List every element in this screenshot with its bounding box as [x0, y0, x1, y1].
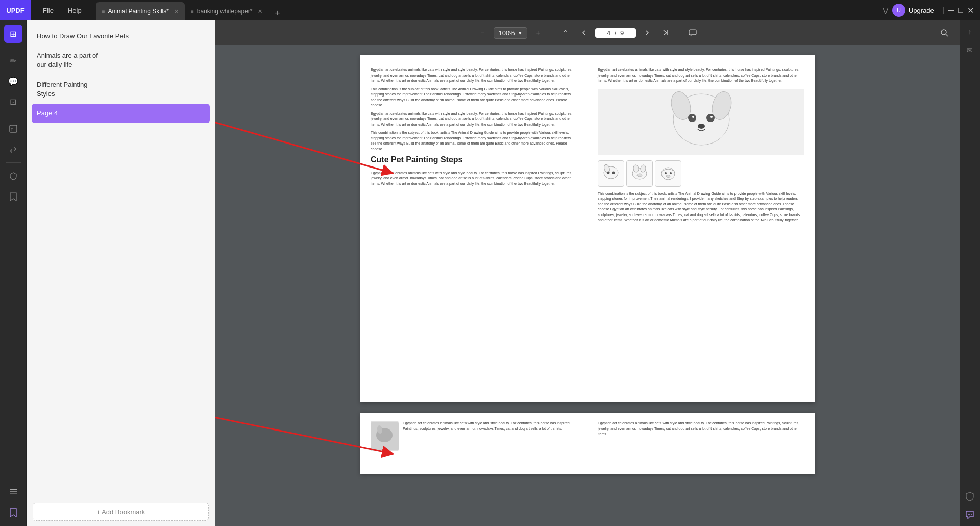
pdf-partial-col-left: Egyptian art celebrates animals like cat…	[360, 413, 587, 474]
partial-image	[371, 421, 399, 451]
sidebar-icon-layers[interactable]	[4, 483, 22, 501]
sketch-icon-2	[626, 160, 653, 187]
bookmark-item-1[interactable]: How to Draw Our Favorite Pets	[27, 27, 215, 46]
tab-animal-close[interactable]: ✕	[174, 8, 179, 15]
pdf-body-2: This combination is the subject of this …	[371, 87, 577, 108]
right-icon-protect[interactable]	[963, 489, 977, 504]
svg-point-24	[637, 174, 642, 177]
prev-page-button[interactable]	[577, 26, 591, 40]
sidebar-icon-bookmark[interactable]	[4, 187, 22, 206]
sketch-icons-row	[598, 160, 804, 187]
svg-point-20	[612, 171, 615, 174]
sidebar-icon-convert[interactable]: ⇄	[4, 140, 22, 158]
pdf-heading-cute: Cute Pet Painting Steps	[371, 155, 577, 165]
svg-rect-4	[10, 489, 17, 490]
comment-button[interactable]	[685, 26, 700, 40]
upgrade-button[interactable]: U Upgrade	[892, 4, 934, 17]
svg-point-12	[688, 114, 696, 122]
sidebar-icon-forms[interactable]: ⊡	[4, 92, 22, 111]
minimize-btn[interactable]: ─	[948, 6, 954, 15]
svg-point-28	[666, 175, 670, 177]
pdf-body-1: Egyptian art celebrates animals like cat…	[371, 67, 577, 84]
menu-help[interactable]: Help	[61, 0, 89, 20]
tab-document-icon: ≡	[102, 9, 105, 14]
tab-banking-label: banking whitepaper*	[197, 8, 253, 15]
right-icon-email[interactable]: ✉	[963, 43, 977, 57]
sidebar-icon-ocr[interactable]: T	[4, 119, 22, 138]
sketch-icon-3	[655, 160, 681, 187]
svg-rect-3	[10, 493, 17, 494]
sidebar-icon-protect[interactable]	[4, 167, 22, 185]
right-sidebar: ↑ ✉	[960, 20, 980, 526]
zoom-percent: 100%	[498, 29, 515, 37]
dog-sketch	[650, 91, 752, 153]
bookmark-item-3[interactable]: Different Painting Styles	[27, 75, 215, 104]
sketch-icon-1	[598, 160, 624, 187]
bookmark-item-page4[interactable]: Page 4	[32, 104, 210, 123]
bookmark-item-2-line1: Animals are a part of	[37, 52, 98, 59]
user-avatar: U	[892, 4, 905, 17]
sidebar-divider-3	[6, 162, 21, 163]
window-separator: |	[942, 6, 944, 15]
dog-image	[598, 89, 804, 155]
tab-banking[interactable]: ≡ banking whitepaper* ✕	[185, 2, 268, 20]
right-icon-chat[interactable]	[963, 508, 977, 522]
app-logo: UPDF	[0, 0, 31, 20]
tab-animal-label: Animal Painting Skills*	[108, 8, 169, 15]
svg-point-36	[971, 514, 972, 515]
svg-point-16	[698, 124, 705, 129]
zoom-in-button[interactable]: +	[531, 26, 546, 40]
bookmark-item-2-line2: our daily life	[37, 61, 72, 68]
svg-point-13	[706, 114, 715, 122]
title-bar: UPDF File Help ≡ Animal Painting Skills*…	[0, 0, 980, 20]
add-bookmark-button[interactable]: + Add Bookmark	[33, 503, 209, 521]
close-btn-win[interactable]: ✕	[967, 6, 974, 15]
menu-file[interactable]: File	[36, 0, 61, 20]
tab-banking-close[interactable]: ✕	[258, 8, 262, 15]
pdf-partial-col-right: Egyptian art celebrates animals like cat…	[587, 413, 815, 474]
svg-point-14	[692, 116, 694, 118]
toolbar-right-icons	[937, 26, 951, 40]
sidebar-icon-bookmark2[interactable]	[4, 504, 22, 522]
search-button[interactable]	[937, 26, 951, 40]
bookmark-item-3-line2: Styles	[37, 90, 55, 98]
main-area: ⊞ ✏ 💬 ⊡ T ⇄ How to Draw Our Favorite Pet…	[0, 20, 980, 526]
svg-point-34	[968, 514, 969, 515]
tab-animal-painting[interactable]: ≡ Animal Painting Skills* ✕	[96, 2, 185, 20]
expand-icon[interactable]: ⋁	[883, 6, 888, 14]
menu-bar: File Help	[31, 0, 94, 20]
page-current[interactable]: 4	[607, 29, 610, 37]
sidebar-divider-1	[6, 47, 21, 47]
partial-text-left: Egyptian art celebrates animals like cat…	[403, 421, 577, 432]
maximize-btn[interactable]: □	[958, 6, 963, 15]
pdf-area: − 100% ▼ + ⌃ 4 / 9	[215, 20, 960, 526]
pdf-col2-text1: Egyptian art celebrates animals like cat…	[598, 67, 804, 84]
toolbar-sep-2	[679, 27, 679, 39]
zoom-out-button[interactable]: −	[475, 26, 489, 40]
pdf-page-4: Egyptian art celebrates animals like cat…	[360, 55, 815, 402]
sidebar-icon-edit[interactable]: ✏	[4, 52, 22, 70]
sidebar-icon-comment[interactable]: 💬	[4, 72, 22, 90]
svg-point-7	[941, 30, 946, 35]
pdf-page-content: Egyptian art celebrates animals like cat…	[360, 55, 815, 402]
sidebar-divider-2	[6, 115, 21, 115]
tab-bar: ≡ Animal Painting Skills* ✕ ≡ banking wh…	[94, 0, 883, 20]
pdf-col-right: Egyptian art celebrates animals like cat…	[587, 55, 815, 402]
svg-text:T: T	[11, 128, 13, 131]
titlebar-right: ⋁ U Upgrade | ─ □ ✕	[883, 4, 980, 17]
first-page-button[interactable]: ⌃	[558, 26, 573, 40]
page-input-group: 4 / 9	[595, 28, 636, 38]
bookmark-item-2[interactable]: Animals are a part of our daily life	[27, 46, 215, 75]
last-page-button[interactable]	[658, 26, 673, 40]
sidebar-icon-thumbnails[interactable]: ⊞	[4, 25, 22, 43]
pdf-body-4: This combination is the subject of this …	[371, 130, 577, 152]
pdf-pages[interactable]: Egyptian art celebrates animals like cat…	[215, 45, 960, 526]
svg-point-15	[710, 116, 713, 118]
next-page-button[interactable]	[640, 26, 654, 40]
zoom-dropdown-icon[interactable]: ▼	[518, 30, 523, 36]
pdf-toolbar: − 100% ▼ + ⌃ 4 / 9	[215, 20, 960, 45]
right-icon-upload[interactable]: ↑	[963, 25, 977, 39]
page-separator: /	[612, 29, 618, 37]
bookmark-panel: How to Draw Our Favorite Pets Animals ar…	[27, 20, 215, 526]
new-tab-button[interactable]: +	[271, 6, 285, 20]
